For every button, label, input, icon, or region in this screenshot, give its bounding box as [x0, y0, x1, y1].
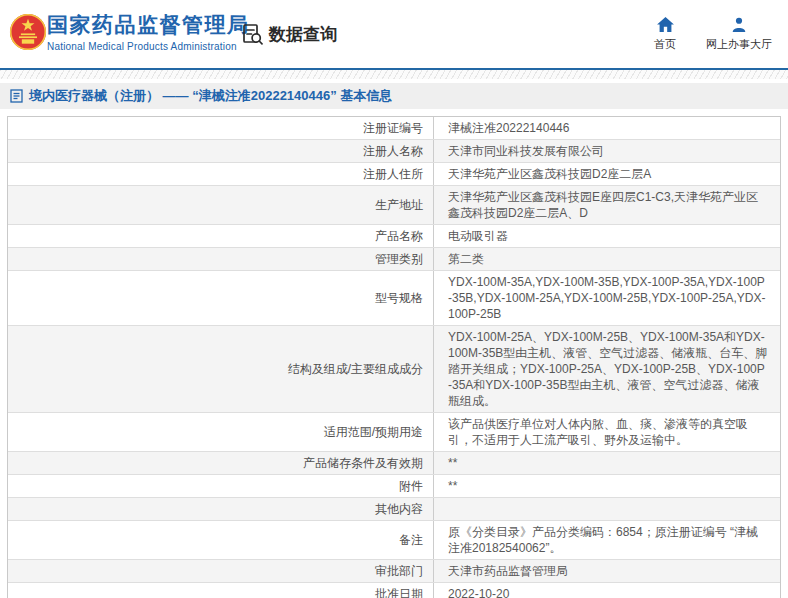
row-label-cell: 备注: [8, 521, 434, 559]
table-row: 产品名称 电动吸引器: [8, 225, 780, 248]
row-value: 津械注准20222140446: [448, 120, 569, 136]
row-label-cell: 注册人住所: [8, 163, 434, 185]
table-row: 注册人住所 天津华苑产业区鑫茂科技园D2座二层A: [8, 163, 780, 186]
row-value-cell: 该产品供医疗单位对人体内脓、血、痰、渗液等的真空吸引，不适用于人工流产吸引、野外…: [434, 413, 780, 451]
row-label-cell: 型号规格: [8, 271, 434, 325]
row-value: YDX-100M-25A、YDX-100M-25B、YDX-100M-35A和Y…: [448, 329, 768, 409]
row-label-cell: 其他内容: [8, 498, 434, 520]
table-row: 适用范围/预期用途 该产品供医疗单位对人体内脓、血、痰、渗液等的真空吸引，不适用…: [8, 413, 780, 452]
table-row: 管理类别 第二类: [8, 248, 780, 271]
row-value: 天津市药品监督管理局: [448, 563, 568, 579]
row-label: 附件: [399, 478, 423, 494]
data-query-label: 数据查询: [269, 23, 337, 46]
row-label: 注册证编号: [363, 120, 423, 136]
row-label-cell: 适用范围/预期用途: [8, 413, 434, 451]
table-row: 审批部门 天津市药品监督管理局: [8, 560, 780, 583]
row-label-cell: 注册证编号: [8, 117, 434, 139]
document-icon: [10, 89, 23, 103]
home-icon: [657, 17, 674, 32]
nav-item-service-hall[interactable]: 网上办事大厅: [706, 17, 772, 52]
row-value-cell: 天津市药品监督管理局: [434, 560, 780, 582]
row-value-cell: 津械注准20222140446: [434, 117, 780, 139]
row-value: 第二类: [448, 251, 484, 267]
person-icon: [731, 17, 747, 32]
row-label-cell: 附件: [8, 475, 434, 497]
row-value-cell: 原《分类目录》产品分类编码：6854；原注册证编号 “津械注准201825400…: [434, 521, 780, 559]
row-value: 天津华苑产业区鑫茂科技园D2座二层A: [448, 166, 651, 182]
table-row: 结构及组成/主要组成成分 YDX-100M-25A、YDX-100M-25B、Y…: [8, 326, 780, 413]
row-label-cell: 注册人名称: [8, 140, 434, 162]
table-row: 其他内容: [8, 498, 780, 521]
row-value: **: [448, 455, 457, 471]
table-row: 产品储存条件及有效期 **: [8, 452, 780, 475]
row-value-cell: **: [434, 452, 780, 474]
table-row: 批准日期 2022-10-20: [8, 583, 780, 598]
row-value: 该产品供医疗单位对人体内脓、血、痰、渗液等的真空吸引，不适用于人工流产吸引、野外…: [448, 416, 768, 448]
org-name-en: National Medical Products Administration: [47, 40, 250, 53]
row-value: 原《分类目录》产品分类编码：6854；原注册证编号 “津械注准201825400…: [448, 524, 768, 556]
row-label: 其他内容: [375, 501, 423, 517]
striped-divider: [0, 70, 788, 79]
row-label: 产品储存条件及有效期: [303, 455, 423, 471]
row-value-cell: 天津华苑产业区鑫茂科技园D2座二层A: [434, 163, 780, 185]
row-label-cell: 管理类别: [8, 248, 434, 270]
org-title-block: 国家药品监督管理局 National Medical Products Admi…: [47, 12, 250, 53]
row-value-cell: 天津市同业科技发展有限公司: [434, 140, 780, 162]
row-value: 2022-10-20: [448, 586, 509, 598]
row-label: 管理类别: [375, 251, 423, 267]
row-label: 注册人住所: [363, 166, 423, 182]
site-header: 国家药品监督管理局 National Medical Products Admi…: [0, 0, 788, 70]
row-label: 批准日期: [375, 586, 423, 598]
row-label: 产品名称: [375, 228, 423, 244]
data-query-button[interactable]: 数据查询: [240, 22, 337, 46]
row-label-cell: 结构及组成/主要组成成分: [8, 326, 434, 412]
row-label-cell: 批准日期: [8, 583, 434, 598]
row-value-cell: [434, 498, 780, 520]
nav-service-hall-label: 网上办事大厅: [706, 37, 772, 52]
page-title: 境内医疗器械（注册） —— “津械注准20222140446” 基本信息: [29, 87, 392, 105]
row-value-cell: YDX-100M-35A,YDX-100M-35B,YDX-100P-35A,Y…: [434, 271, 780, 325]
nav-home-label: 首页: [654, 37, 676, 52]
national-emblem-logo: [9, 13, 47, 51]
row-label: 结构及组成/主要组成成分: [288, 361, 423, 377]
row-value-cell: 电动吸引器: [434, 225, 780, 247]
table-row: 型号规格 YDX-100M-35A,YDX-100M-35B,YDX-100P-…: [8, 271, 780, 326]
row-value: 天津市同业科技发展有限公司: [448, 143, 604, 159]
row-label: 型号规格: [375, 290, 423, 306]
org-name: 国家药品监督管理局: [47, 12, 250, 38]
table-row: 备注 原《分类目录》产品分类编码：6854；原注册证编号 “津械注准201825…: [8, 521, 780, 560]
row-value-cell: 2022-10-20: [434, 583, 780, 598]
registration-info-table: 注册证编号 津械注准20222140446 注册人名称 天津市同业科技发展有限公…: [7, 116, 781, 598]
table-row: 生产地址 天津华苑产业区鑫茂科技园E座四层C1-C3,天津华苑产业区鑫茂科技园D…: [8, 186, 780, 225]
row-label: 审批部门: [375, 563, 423, 579]
row-value-cell: 天津华苑产业区鑫茂科技园E座四层C1-C3,天津华苑产业区鑫茂科技园D2座二层A…: [434, 186, 780, 224]
row-label: 生产地址: [375, 197, 423, 213]
row-value: YDX-100M-35A,YDX-100M-35B,YDX-100P-35A,Y…: [448, 274, 768, 322]
row-label-cell: 产品名称: [8, 225, 434, 247]
row-value-cell: 第二类: [434, 248, 780, 270]
row-label: 适用范围/预期用途: [324, 424, 423, 440]
row-label-cell: 生产地址: [8, 186, 434, 224]
row-value-cell: YDX-100M-25A、YDX-100M-25B、YDX-100M-35A和Y…: [434, 326, 780, 412]
page-title-bar: 境内医疗器械（注册） —— “津械注准20222140446” 基本信息: [0, 83, 788, 109]
table-row: 注册证编号 津械注准20222140446: [8, 117, 780, 140]
row-label-cell: 产品储存条件及有效期: [8, 452, 434, 474]
table-row: 附件 **: [8, 475, 780, 498]
row-value: 电动吸引器: [448, 228, 508, 244]
table-row: 注册人名称 天津市同业科技发展有限公司: [8, 140, 780, 163]
row-value: 天津华苑产业区鑫茂科技园E座四层C1-C3,天津华苑产业区鑫茂科技园D2座二层A…: [448, 189, 768, 221]
row-value: **: [448, 478, 457, 494]
row-value-cell: **: [434, 475, 780, 497]
row-label: 备注: [399, 532, 423, 548]
row-label-cell: 审批部门: [8, 560, 434, 582]
row-label: 注册人名称: [363, 143, 423, 159]
top-nav: 首页 网上办事大厅: [654, 17, 772, 52]
nav-item-home[interactable]: 首页: [654, 17, 676, 52]
document-search-icon: [240, 22, 264, 46]
